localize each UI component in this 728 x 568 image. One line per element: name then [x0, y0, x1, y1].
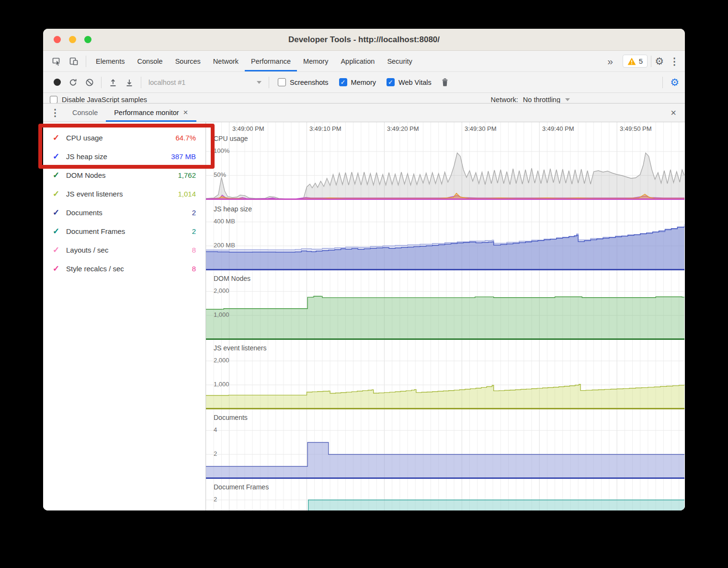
chart-title: CPU usage	[214, 135, 248, 142]
more-tabs-icon[interactable]: »	[607, 56, 612, 67]
load-profile-icon[interactable]	[105, 75, 121, 90]
check-icon[interactable]: ✓	[53, 170, 66, 180]
clear-icon[interactable]	[81, 75, 98, 90]
divider	[651, 56, 651, 67]
check-icon[interactable]: ✓	[53, 264, 66, 274]
reload-and-record-icon[interactable]	[65, 75, 81, 90]
checkbox-memory[interactable]: ✓	[339, 78, 347, 86]
metric-value: 387 MB	[171, 152, 196, 161]
check-icon[interactable]: ✓	[53, 226, 66, 236]
close-tab-icon[interactable]: ×	[183, 108, 188, 117]
close-drawer-icon[interactable]: ×	[671, 107, 685, 118]
check-icon[interactable]: ✓	[53, 133, 66, 143]
checkbox-label: Screenshots	[290, 79, 329, 86]
metric-layouts-sec[interactable]: ✓Layouts / sec8	[43, 241, 205, 259]
profile-selector[interactable]: localhost #1	[145, 79, 265, 86]
checkbox-web-vitals[interactable]: ✓	[387, 78, 395, 86]
metric-dom-nodes[interactable]: ✓DOM Nodes1,762	[43, 166, 205, 185]
metric-label: Document Frames	[66, 227, 192, 235]
checkbox-group-screenshots: Screenshots	[278, 78, 329, 86]
main-tabs: ElementsConsoleSourcesNetworkPerformance…	[90, 51, 419, 71]
metric-value: 8	[192, 246, 196, 254]
y-axis-label: 2	[214, 496, 217, 503]
metric-value: 8	[192, 265, 196, 273]
metric-label: Documents	[66, 209, 192, 217]
y-axis-label: 200 MB	[214, 242, 235, 249]
toolbar-right: ⚙	[659, 77, 679, 88]
drawer-tab-console[interactable]: Console	[64, 104, 106, 122]
inspect-cursor-icon[interactable]	[48, 53, 65, 70]
chart-js-event-listeners: JS event listeners2,0001,000	[206, 340, 685, 410]
device-toolbar-icon[interactable]	[65, 53, 82, 70]
traffic-lights	[54, 29, 91, 50]
metric-value: 1,014	[178, 190, 196, 198]
tab-elements[interactable]: Elements	[90, 51, 131, 71]
disable-js-samples-label: Disable JavaScript samples	[62, 96, 147, 103]
network-label: Network:	[491, 96, 518, 103]
capture-settings-gear-icon[interactable]: ⚙	[670, 77, 679, 87]
time-axis-label: 3:49:10 PM	[309, 125, 341, 132]
tab-memory[interactable]: Memory	[297, 51, 334, 71]
network-throttling-select[interactable]: Network: No throttling	[491, 96, 679, 103]
metric-label: DOM Nodes	[66, 171, 178, 179]
y-axis-label: 1,000	[214, 311, 229, 318]
chevron-down-icon	[257, 81, 262, 84]
check-icon[interactable]: ✓	[53, 208, 66, 218]
metric-style-recalcs-sec[interactable]: ✓Style recalcs / sec8	[43, 259, 205, 278]
check-icon[interactable]: ✓	[53, 151, 66, 162]
window-title: Developer Tools - http://localhost:8080/	[288, 35, 440, 45]
chart-dom-nodes: DOM Nodes2,0001,000	[206, 271, 685, 340]
checkbox-label: Web Vitals	[398, 79, 432, 86]
time-axis-label: 3:49:40 PM	[542, 125, 574, 132]
check-icon[interactable]: ✓	[53, 189, 66, 199]
tab-network[interactable]: Network	[207, 51, 245, 71]
metric-js-event-listeners[interactable]: ✓JS event listeners1,014	[43, 185, 205, 203]
drawer-tab-performance-monitor[interactable]: Performance monitor×	[106, 104, 196, 122]
chart-documents: Documents42	[206, 410, 685, 479]
chart-js-heap-size: JS heap size400 MB200 MB	[206, 201, 685, 271]
metric-cpu-usage[interactable]: ✓CPU usage64.7%	[43, 128, 205, 147]
more-menu-icon[interactable]: ⋮	[670, 57, 679, 66]
chart-title: JS heap size	[214, 205, 252, 213]
metric-documents[interactable]: ✓Documents2	[43, 203, 205, 222]
checkbox-disable-js-samples[interactable]	[50, 96, 57, 103]
tab-bar-right: » 5 ⚙ ⋮	[607, 51, 685, 71]
metric-js-heap-size[interactable]: ✓JS heap size387 MB	[43, 147, 205, 166]
chart-cpu-usage: 3:49:00 PM3:49:10 PM3:49:20 PM3:49:30 PM…	[206, 122, 685, 201]
check-icon[interactable]: ✓	[53, 245, 66, 255]
minimize-window-button[interactable]	[69, 36, 76, 43]
y-axis-label: 50%	[214, 171, 226, 178]
checkbox-label: Memory	[351, 79, 376, 86]
y-axis-label: 4	[214, 426, 217, 433]
drawer-tab-label: Performance monitor	[114, 109, 179, 116]
metric-value: 2	[192, 209, 196, 217]
tab-security[interactable]: Security	[381, 51, 418, 71]
drawer-tab-label: Console	[72, 109, 98, 116]
issues-warning-badge[interactable]: 5	[623, 55, 648, 68]
trash-icon[interactable]	[437, 75, 453, 90]
time-axis-label: 3:49:20 PM	[387, 125, 419, 132]
drawer-menu-icon[interactable]: ⋮	[49, 108, 61, 117]
time-axis-label: 3:49:00 PM	[232, 125, 264, 132]
metric-value: 1,762	[178, 171, 196, 179]
settings-gear-icon[interactable]: ⚙	[655, 56, 664, 66]
tab-sources[interactable]: Sources	[169, 51, 207, 71]
tab-application[interactable]: Application	[334, 51, 381, 71]
zoom-window-button[interactable]	[84, 36, 91, 43]
tab-performance[interactable]: Performance	[245, 51, 297, 71]
tab-console[interactable]: Console	[131, 51, 169, 71]
record-button[interactable]	[49, 75, 65, 90]
metric-value: 64.7%	[175, 134, 196, 142]
performance-toolbar: localhost #1 Screenshots✓Memory✓Web Vita…	[43, 72, 685, 93]
clipped-subtoolbar: Disable JavaScript samples Network: No t…	[43, 93, 685, 103]
metric-document-frames[interactable]: ✓Document Frames2	[43, 222, 205, 241]
y-axis-label: 2	[214, 450, 217, 457]
chart-title: JS event listeners	[214, 344, 267, 352]
save-profile-icon[interactable]	[121, 75, 137, 90]
checkbox-screenshots[interactable]	[278, 78, 286, 86]
metric-label: Style recalcs / sec	[66, 265, 192, 273]
metric-label: JS heap size	[66, 152, 171, 161]
drawer-tab-bar: ⋮ ConsolePerformance monitor× ×	[43, 103, 685, 122]
chart-title: Documents	[214, 414, 248, 421]
close-window-button[interactable]	[54, 36, 61, 43]
